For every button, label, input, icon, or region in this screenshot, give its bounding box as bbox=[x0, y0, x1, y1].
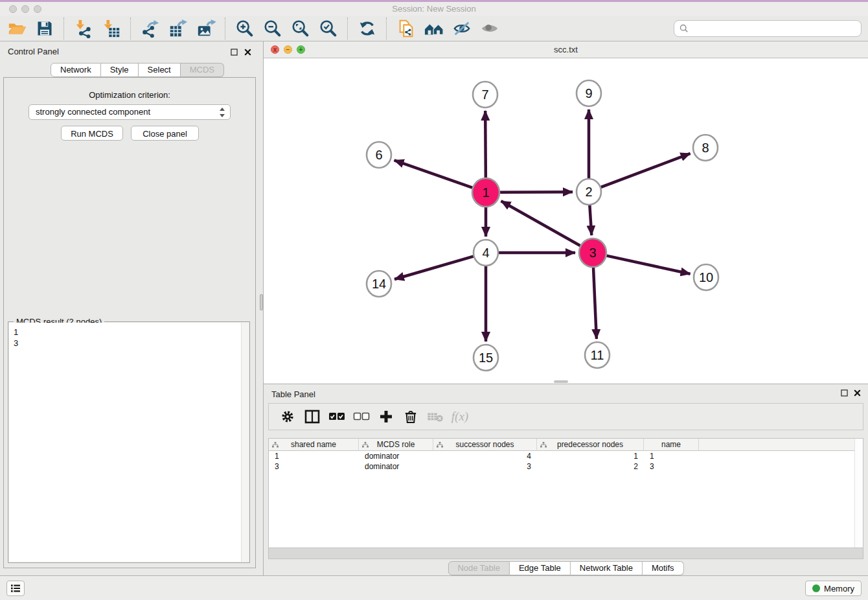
zoom-in-button[interactable] bbox=[231, 17, 258, 40]
import-network-button[interactable] bbox=[69, 17, 97, 40]
column-header-label: MCDS role bbox=[377, 440, 415, 449]
close-panel-button[interactable] bbox=[243, 47, 252, 56]
edge-4-14[interactable] bbox=[394, 257, 474, 279]
zoom-selected-button[interactable] bbox=[314, 17, 342, 40]
zoom-out-button[interactable] bbox=[258, 17, 286, 40]
table-cell[interactable]: dominator bbox=[359, 461, 433, 472]
tab-motifs[interactable]: Motifs bbox=[643, 561, 684, 575]
close-table-panel-button[interactable] bbox=[852, 388, 862, 397]
column-header-successor-nodes[interactable]: successor nodes bbox=[433, 439, 537, 451]
table-cell[interactable]: 1 bbox=[269, 451, 359, 461]
unchecked-boxes-icon bbox=[353, 412, 370, 421]
edge-3-10[interactable] bbox=[606, 256, 690, 274]
export-network-button[interactable] bbox=[136, 17, 164, 40]
import-table-button[interactable] bbox=[97, 17, 125, 40]
column-header-mcds-role[interactable]: MCDS role bbox=[359, 439, 433, 451]
criterion-select[interactable]: strongly connected component bbox=[29, 104, 231, 120]
edge-3-1[interactable] bbox=[501, 201, 580, 246]
save-floppy-icon bbox=[36, 19, 54, 38]
mcds-result-item[interactable]: 3 bbox=[14, 338, 249, 349]
show-all-button[interactable] bbox=[475, 17, 503, 40]
mcds-result-item[interactable]: 1 bbox=[14, 327, 249, 338]
export-image-button[interactable] bbox=[192, 17, 220, 40]
node-label: 8 bbox=[702, 141, 709, 155]
node-label: 1 bbox=[482, 185, 489, 200]
open-session-button[interactable] bbox=[3, 17, 30, 40]
edge-1-2[interactable] bbox=[500, 192, 573, 192]
column-header-name[interactable]: name bbox=[644, 439, 699, 451]
table-cell[interactable]: 3 bbox=[644, 461, 699, 472]
node-4[interactable]: 4 bbox=[474, 240, 498, 266]
hide-selected-button[interactable] bbox=[448, 17, 475, 40]
table-cell[interactable]: 3 bbox=[433, 461, 537, 472]
node-10[interactable]: 10 bbox=[694, 264, 718, 290]
node-2[interactable]: 2 bbox=[577, 179, 601, 205]
tab-edge-table[interactable]: Edge Table bbox=[510, 561, 571, 575]
table-cell[interactable]: dominator bbox=[359, 451, 433, 461]
network-hscrollbar[interactable] bbox=[554, 380, 568, 383]
network-graph[interactable]: 1234678910111415 bbox=[264, 58, 868, 384]
eye-icon bbox=[480, 19, 499, 38]
float-panel-button[interactable] bbox=[229, 47, 238, 56]
float-table-panel-button[interactable] bbox=[839, 388, 849, 397]
table-cell[interactable]: 1 bbox=[537, 451, 644, 461]
show-all-columns-button[interactable] bbox=[325, 405, 349, 428]
toggle-column-layout-button[interactable] bbox=[300, 405, 325, 428]
control-panel-header: Control Panel bbox=[0, 41, 259, 62]
first-neighbors-button[interactable] bbox=[420, 17, 448, 40]
search-input[interactable] bbox=[674, 20, 862, 37]
fit-content-button[interactable] bbox=[286, 17, 314, 40]
node-1[interactable]: 1 bbox=[472, 178, 499, 207]
table-cell[interactable]: 4 bbox=[433, 451, 537, 461]
edge-3-11[interactable] bbox=[593, 267, 597, 339]
network-canvas[interactable]: 1234678910111415 bbox=[264, 58, 868, 384]
delete-column-button[interactable] bbox=[398, 405, 423, 428]
tab-network-table[interactable]: Network Table bbox=[571, 561, 643, 575]
tab-select[interactable]: Select bbox=[139, 63, 181, 77]
node-11[interactable]: 11 bbox=[585, 342, 610, 368]
task-history-button[interactable] bbox=[6, 581, 25, 596]
run-mcds-button[interactable]: Run MCDS bbox=[61, 126, 123, 141]
mcds-result-list[interactable]: 13 bbox=[9, 323, 249, 562]
node-14[interactable]: 14 bbox=[367, 271, 391, 297]
splitter-handle[interactable] bbox=[260, 294, 263, 310]
refresh-layout-button[interactable] bbox=[353, 17, 381, 40]
edge-1-7[interactable] bbox=[485, 111, 486, 178]
tab-node-table[interactable]: Node Table bbox=[448, 561, 510, 575]
table-cell[interactable]: 2 bbox=[537, 461, 644, 472]
table-cell[interactable]: 3 bbox=[269, 461, 359, 472]
edge-1-6[interactable] bbox=[394, 160, 473, 187]
export-table-button[interactable] bbox=[164, 17, 192, 40]
table-row[interactable]: 1dominator411 bbox=[269, 451, 863, 461]
close-panel-action-button[interactable]: Close panel bbox=[131, 126, 199, 141]
table-row[interactable]: 3dominator323 bbox=[269, 461, 863, 472]
panel-splitter[interactable] bbox=[259, 41, 264, 575]
edge-2-3[interactable] bbox=[589, 205, 591, 235]
column-header-predecessor-nodes[interactable]: predecessor nodes bbox=[537, 439, 644, 451]
table-header-row: shared nameMCDS rolesuccessor nodesprede… bbox=[269, 439, 863, 451]
tab-style[interactable]: Style bbox=[101, 63, 139, 77]
tab-network[interactable]: Network bbox=[51, 63, 101, 77]
result-list-scrollbar[interactable] bbox=[241, 323, 249, 562]
node-3[interactable]: 3 bbox=[579, 238, 606, 267]
table-cell-filler bbox=[699, 451, 863, 461]
column-header-shared-name[interactable]: shared name bbox=[269, 439, 359, 451]
save-session-button[interactable] bbox=[30, 17, 58, 40]
mcds-result-groupbox: MCDS result (2 nodes) 13 bbox=[8, 321, 250, 563]
node-7[interactable]: 7 bbox=[473, 82, 497, 108]
node-9[interactable]: 9 bbox=[577, 80, 601, 106]
tab-mcds[interactable]: MCDS bbox=[181, 63, 224, 77]
hide-all-columns-button[interactable] bbox=[349, 405, 374, 428]
node-15[interactable]: 15 bbox=[474, 345, 498, 371]
node-6[interactable]: 6 bbox=[367, 142, 391, 168]
new-network-from-selection-button[interactable] bbox=[392, 17, 420, 40]
table-cell[interactable]: 1 bbox=[644, 451, 699, 461]
table-vscrollbar[interactable] bbox=[854, 439, 863, 548]
node-8[interactable]: 8 bbox=[693, 135, 718, 161]
table-settings-button[interactable] bbox=[275, 405, 300, 428]
delete-table-button bbox=[423, 405, 448, 428]
create-column-button[interactable] bbox=[374, 405, 398, 428]
memory-button[interactable]: Memory bbox=[805, 581, 862, 596]
float-window-icon bbox=[231, 49, 238, 56]
edge-2-8[interactable] bbox=[601, 154, 691, 187]
